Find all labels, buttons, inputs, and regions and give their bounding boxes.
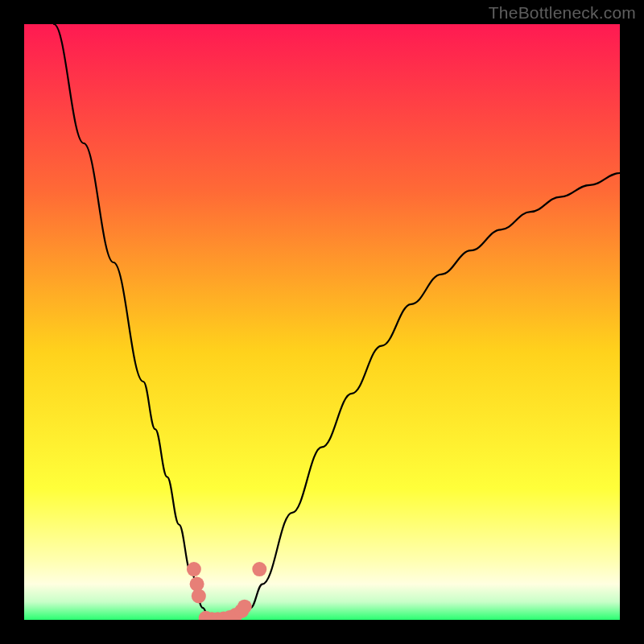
data-marker (192, 588, 206, 603)
gradient-background (24, 24, 620, 620)
data-marker (252, 562, 266, 576)
plot-area (24, 24, 620, 620)
attribution-watermark: TheBottleneck.com (489, 3, 636, 23)
data-marker (237, 600, 252, 614)
chart-frame: TheBottleneck.com (0, 0, 644, 644)
data-marker (187, 562, 201, 576)
bottleneck-chart (24, 24, 620, 620)
